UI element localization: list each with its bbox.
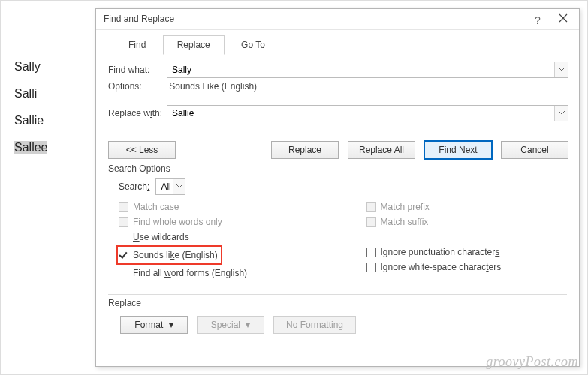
format-button[interactable]: Format ▾ bbox=[120, 316, 188, 334]
special-button[interactable]: Special ▾ bbox=[197, 316, 264, 334]
cancel-button[interactable]: Cancel bbox=[501, 141, 568, 159]
no-formatting-button[interactable]: No Formatting bbox=[273, 316, 356, 334]
replace-all-button[interactable]: Replace All bbox=[348, 141, 415, 159]
check-match-suffix: Match suffix bbox=[366, 214, 569, 230]
tab-goto[interactable]: Go To bbox=[227, 35, 279, 54]
check-ignore-punctuation[interactable]: Ignore punctuation characters bbox=[366, 244, 569, 260]
search-options-title: Search Options bbox=[107, 164, 568, 174]
tab-bar: Find Replace Go To bbox=[114, 34, 579, 56]
find-what-input[interactable] bbox=[167, 62, 568, 78]
doc-word: Sallee bbox=[14, 134, 47, 161]
check-ignore-whitespace[interactable]: Ignore white-space characters bbox=[366, 260, 569, 274]
replace-button[interactable]: Replace bbox=[271, 141, 339, 159]
check-whole-words: Find whole words only bbox=[119, 214, 321, 230]
tab-find[interactable]: Find bbox=[114, 35, 160, 54]
replace-section-title: Replace bbox=[107, 298, 568, 308]
find-what-dropdown[interactable] bbox=[554, 62, 568, 77]
check-sounds-like[interactable]: Sounds like (English) bbox=[119, 248, 218, 262]
check-all-word-forms[interactable]: Find all word forms (English) bbox=[119, 266, 321, 280]
dialog-titlebar: Find and Replace ? bbox=[96, 9, 579, 30]
options-value: Sounds Like (English) bbox=[169, 81, 257, 92]
less-button[interactable]: << Less bbox=[108, 141, 176, 159]
find-next-button[interactable]: Find Next bbox=[424, 141, 492, 159]
doc-word: Salli bbox=[14, 80, 47, 107]
dialog-title: Find and Replace bbox=[104, 14, 174, 24]
tab-replace[interactable]: Replace bbox=[163, 35, 225, 55]
search-direction-label: Search: bbox=[119, 182, 149, 192]
doc-word: Sallie bbox=[14, 107, 47, 134]
replace-with-dropdown[interactable] bbox=[554, 106, 568, 121]
help-button[interactable]: ? bbox=[528, 12, 547, 28]
doc-word: Sally bbox=[14, 53, 47, 80]
find-what-label: Find what: bbox=[107, 64, 167, 75]
search-direction-select[interactable]: All bbox=[155, 178, 185, 195]
check-match-prefix: Match prefix bbox=[366, 200, 569, 214]
chevron-down-icon bbox=[558, 67, 565, 73]
close-button[interactable] bbox=[553, 12, 573, 28]
find-replace-dialog: Find and Replace ? Find Replace Go To Fi… bbox=[95, 8, 580, 367]
replace-with-input[interactable] bbox=[167, 105, 568, 122]
check-match-case: Match case bbox=[119, 200, 321, 214]
chevron-down-icon bbox=[558, 110, 565, 116]
document-text: Sally Salli Sallie Sallee bbox=[14, 53, 47, 161]
close-icon bbox=[559, 14, 568, 22]
replace-with-label: Replace with: bbox=[107, 108, 167, 118]
check-use-wildcards[interactable]: Use wildcards bbox=[119, 230, 321, 244]
options-label: Options: bbox=[107, 81, 167, 92]
